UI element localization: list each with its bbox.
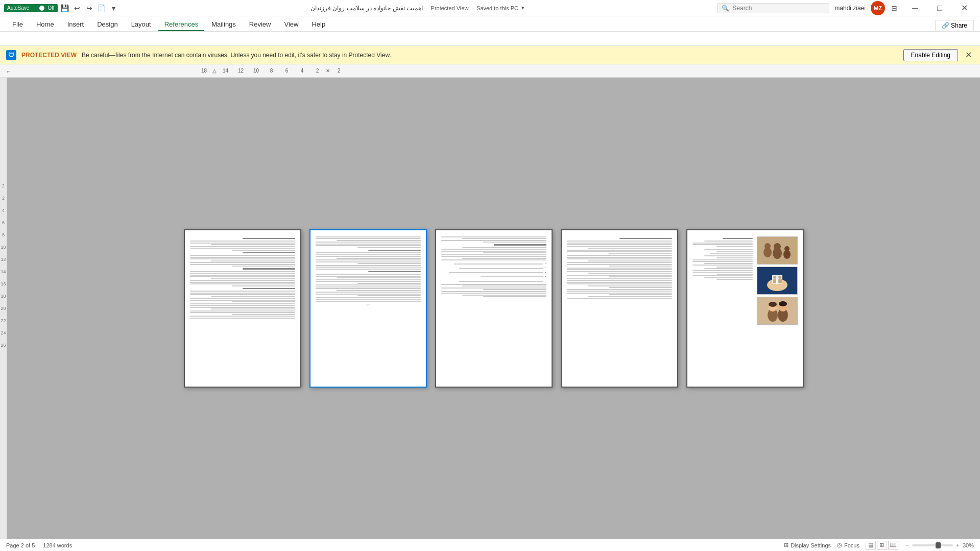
p4-l20 <box>567 275 672 276</box>
p3-bullet5: • <box>545 280 546 283</box>
search-box[interactable]: 🔍 <box>717 3 829 13</box>
chevron-down-icon[interactable]: ▾ <box>521 5 524 11</box>
p3-list-line3 <box>449 272 543 273</box>
enable-editing-button[interactable]: Enable Editing <box>903 49 958 61</box>
window-controls: ─ □ ✕ <box>903 0 976 16</box>
autosave-badge[interactable]: AutoSave Off <box>4 4 58 12</box>
p5-l4 <box>716 246 753 247</box>
p5-list-item5 <box>692 257 753 258</box>
page-5 <box>686 229 804 388</box>
close-button[interactable]: ✕ <box>952 0 976 16</box>
ruler-num-2a: 2 <box>309 68 325 74</box>
tab-design[interactable]: Design <box>91 18 124 31</box>
minimize-button[interactable]: ─ <box>903 0 927 16</box>
p1-l11 <box>190 262 295 263</box>
protected-view-label: - <box>426 5 428 11</box>
tab-file[interactable]: File <box>6 18 29 31</box>
new-doc-icon[interactable]: 📄 <box>98 4 106 12</box>
display-settings[interactable]: ⊞ Display Settings <box>784 542 831 548</box>
read-view-button[interactable]: 📖 <box>888 541 898 550</box>
p2-l6 <box>316 245 421 246</box>
p2-l29 <box>316 294 421 295</box>
ribbon-display-icon[interactable]: ⊟ <box>890 4 898 12</box>
p2-l30 <box>357 295 421 296</box>
p1-heading3 <box>243 268 295 270</box>
p2-l5 <box>316 244 421 245</box>
status-bar: Page 2 of 5 1284 words ⊞ Display Setting… <box>0 539 980 551</box>
tab-review[interactable]: Review <box>243 18 277 31</box>
p1-l25 <box>190 294 295 295</box>
web-view-button[interactable]: ⊞ <box>877 541 887 550</box>
maximize-button[interactable]: □ <box>928 0 951 16</box>
svg-point-19 <box>769 302 777 307</box>
p2-l32 <box>316 299 421 300</box>
ruler-num-6: 6 <box>279 68 294 74</box>
more-icon[interactable]: ▾ <box>110 4 118 12</box>
p2-l10 <box>316 256 421 257</box>
p1-l4 <box>190 246 295 247</box>
p1-l29 <box>232 301 295 302</box>
p4-l19 <box>588 273 672 274</box>
tab-home[interactable]: Home <box>30 18 60 31</box>
ruler-num-4: 4 <box>294 68 309 74</box>
p2-l11 <box>337 258 421 259</box>
p1-l23 <box>190 291 295 292</box>
main-content: 2 2 4 6 8 10 12 14 16 18 20 22 24 26 <box>0 78 980 539</box>
p4-l3 <box>567 244 672 245</box>
p1-l1 <box>190 241 295 242</box>
p4-l10 <box>567 257 672 258</box>
focus-button[interactable]: ◎ Focus <box>837 542 859 548</box>
display-settings-icon: ⊞ <box>784 542 788 548</box>
page-2: - ب - <box>309 229 427 388</box>
p3-list-item1: • <box>441 262 546 266</box>
p2-l23 <box>357 283 421 284</box>
tab-references[interactable]: References <box>158 18 204 31</box>
autosave-toggle[interactable] <box>31 5 45 12</box>
left-ruler-12: 12 <box>0 253 7 266</box>
zoom-thumb[interactable] <box>936 542 941 548</box>
user-name: mahdi ziaei <box>834 5 866 12</box>
zoom-in-icon[interactable]: ＋ <box>955 541 961 549</box>
ruler-numbers: 18 △ 14 12 10 8 6 4 2 ✕ 2 <box>196 68 346 74</box>
p1-l33 <box>211 308 295 309</box>
p2-l2 <box>316 238 421 239</box>
left-ruler-8: 8 <box>0 229 7 241</box>
p3-l7 <box>441 251 546 252</box>
saved-label: - <box>471 5 473 11</box>
close-bar-icon[interactable]: ✕ <box>963 48 974 62</box>
p1-l8 <box>190 257 295 258</box>
p2-l25 <box>316 286 421 288</box>
p3-l12 <box>441 259 546 260</box>
p5-list-line1 <box>704 249 752 250</box>
tab-help[interactable]: Help <box>305 18 331 31</box>
p1-l16 <box>190 275 295 276</box>
p1-l30 <box>190 303 295 304</box>
p3-bullet4: • <box>545 275 546 278</box>
tab-insert[interactable]: Insert <box>61 18 90 31</box>
p1-heading2 <box>243 252 295 254</box>
tab-layout[interactable]: Layout <box>125 18 157 31</box>
p3-l17 <box>441 291 546 292</box>
zoom-slider[interactable] <box>912 544 953 546</box>
tab-view[interactable]: View <box>278 18 304 31</box>
share-button[interactable]: 🔗 Share <box>935 20 974 31</box>
search-input[interactable] <box>732 5 825 12</box>
p2-l1 <box>316 236 421 237</box>
save-icon[interactable]: 💾 <box>61 4 69 12</box>
p5-list-line2 <box>716 251 753 252</box>
ruler-num-18: 18 <box>196 68 211 74</box>
p3-list-line4 <box>481 276 544 277</box>
p1-l19 <box>190 280 295 281</box>
undo-icon[interactable]: ↩ <box>73 4 81 12</box>
print-view-button[interactable]: ▤ <box>866 541 876 550</box>
p5-l1 <box>704 241 752 242</box>
svg-rect-12 <box>773 279 776 283</box>
avatar[interactable]: MZ <box>871 1 885 15</box>
redo-icon[interactable]: ↪ <box>85 4 93 12</box>
p4-l13 <box>567 262 672 263</box>
p2-heading2 <box>368 271 421 273</box>
zoom-out-icon[interactable]: － <box>904 541 910 549</box>
tab-mailings[interactable]: Mailings <box>205 18 242 31</box>
title-bar-right: 🔍 mahdi ziaei MZ ⊟ ─ □ ✕ <box>717 0 976 16</box>
page-info: Page 2 of 5 <box>6 542 35 548</box>
